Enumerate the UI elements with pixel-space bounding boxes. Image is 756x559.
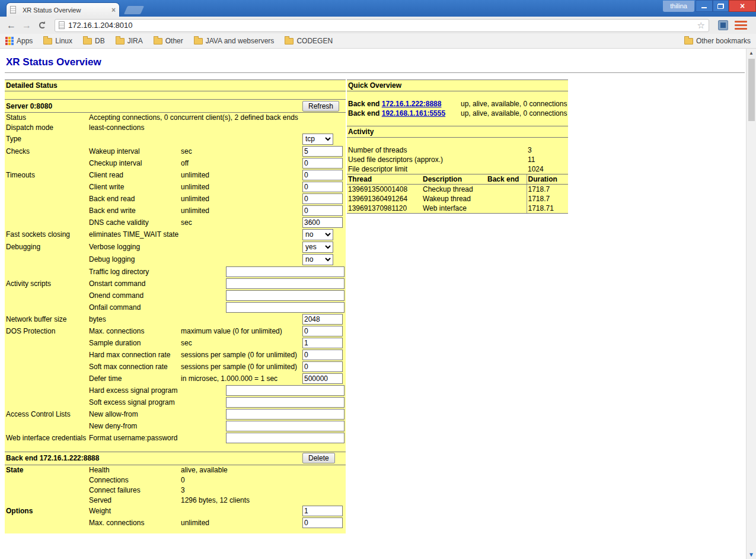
value-input[interactable] [302, 217, 343, 228]
row-category [5, 157, 88, 169]
table-row: ChecksWakeup intervalsec [5, 145, 346, 157]
bookmark-folder[interactable]: Other [154, 37, 183, 45]
address-bar[interactable]: 172.16.1.204:8010 ☆ [55, 19, 709, 32]
row-label: Wakeup interval [88, 145, 180, 157]
extension-icon[interactable] [718, 20, 728, 30]
browser-tab[interactable]: XR Status Overview × [6, 2, 120, 17]
row-category [5, 290, 88, 301]
row-note: unlimited [180, 193, 301, 205]
minimize-button[interactable] [696, 0, 713, 12]
scroll-down-arrow[interactable]: ▼ [747, 550, 756, 559]
value-input[interactable] [302, 146, 343, 157]
value-input[interactable] [302, 361, 343, 372]
menu-icon[interactable] [735, 21, 747, 30]
text-input[interactable] [226, 290, 344, 301]
thread-header-cell: Thread [347, 174, 422, 185]
row-category [5, 373, 88, 385]
folder-icon [285, 38, 294, 45]
dropdown-select[interactable]: yes [302, 242, 333, 253]
control-cell [301, 337, 346, 349]
forward-button[interactable]: → [19, 20, 34, 31]
bookmark-folder[interactable]: CODEGEN [285, 37, 333, 45]
row-label: bytes [88, 313, 180, 325]
text-input[interactable] [226, 302, 344, 313]
dropdown-select[interactable]: no [302, 229, 333, 240]
control-cell [180, 266, 346, 278]
table-row: Back end readunlimited [5, 193, 346, 205]
value-input[interactable] [302, 158, 343, 169]
table-row: StateHealthalive, available [5, 465, 346, 475]
value-input[interactable] [302, 326, 343, 336]
server-title: Server 0:8080 [5, 100, 301, 113]
value-input[interactable] [302, 205, 343, 216]
value-input[interactable] [302, 170, 343, 180]
value-input[interactable] [302, 350, 343, 360]
close-button[interactable]: × [729, 0, 756, 12]
bookmark-folder[interactable]: DB [83, 37, 105, 45]
text-input[interactable] [226, 421, 344, 431]
url-text[interactable]: 172.16.1.204:8010 [68, 21, 697, 30]
folder-icon [154, 38, 162, 45]
text-input[interactable] [226, 397, 344, 408]
bookmark-star-icon[interactable]: ☆ [697, 21, 705, 30]
control-cell: no [301, 253, 346, 266]
new-tab-button[interactable] [124, 6, 144, 14]
bookmark-folder[interactable]: JIRA [116, 37, 143, 45]
value-input[interactable] [302, 314, 343, 325]
control-cell [301, 313, 346, 325]
backend-link[interactable]: 172.16.1.222:8888 [382, 100, 442, 108]
bookmark-label: CODEGEN [296, 37, 333, 45]
bookmark-folder[interactable]: JAVA and webservers [194, 37, 275, 45]
row-category [5, 266, 88, 278]
back-button[interactable]: ← [4, 20, 19, 31]
delete-button[interactable]: Delete [302, 453, 335, 463]
row-label: Onend command [88, 290, 180, 301]
dropdown-select[interactable]: tcp [302, 134, 333, 145]
table-row: DNS cache validitysec [5, 217, 346, 228]
row-label: Onstart command [88, 278, 180, 290]
maximize-button[interactable] [713, 0, 729, 12]
backend-link[interactable]: 192.168.1.161:5555 [382, 109, 445, 117]
tab-close-icon[interactable]: × [111, 7, 116, 14]
value-input[interactable] [302, 193, 343, 204]
value-input[interactable] [302, 338, 343, 348]
reload-button[interactable] [34, 22, 50, 28]
control-cell [301, 517, 346, 529]
scrollbar[interactable]: ▲ ▼ [746, 49, 756, 559]
row-label: eliminates TIME_WAIT state [88, 228, 180, 241]
row-label: Hard excess signal program [88, 385, 180, 396]
text-input[interactable] [226, 433, 344, 443]
value-input[interactable] [302, 506, 343, 516]
bookmark-folder[interactable]: Linux [43, 37, 72, 45]
scrollbar-thumb[interactable] [748, 59, 755, 121]
row-category [5, 301, 88, 313]
row-label: Soft excess signal program [88, 396, 180, 408]
refresh-button[interactable]: Refresh [302, 101, 339, 112]
row-category [5, 349, 88, 361]
table-row: Connect failures3 [5, 485, 346, 495]
scroll-up-arrow[interactable]: ▲ [747, 49, 756, 58]
row-label: Onfail command [88, 301, 180, 313]
stat-row: File descriptor limit1024 [347, 164, 568, 174]
row-label: Max. connections [88, 325, 180, 337]
other-bookmarks-button[interactable]: Other bookmarks [684, 37, 751, 45]
row-note: sessions per sample (0 for unlimited) [180, 349, 301, 361]
table-row: TimeoutsClient readunlimited [5, 169, 346, 181]
activity-header: Activity [347, 126, 568, 138]
value-input[interactable] [302, 517, 343, 528]
text-input[interactable] [226, 266, 344, 277]
row-category [5, 205, 88, 217]
dropdown-select[interactable]: no [302, 254, 333, 265]
text-input[interactable] [226, 409, 344, 420]
text-input[interactable] [226, 385, 344, 396]
table-row: Traffic log directory [5, 266, 346, 278]
value-input[interactable] [302, 182, 343, 192]
profile-badge[interactable]: thilina [663, 1, 694, 12]
text-input[interactable] [226, 278, 344, 289]
control-cell: tcp [301, 133, 346, 145]
value-input[interactable] [302, 373, 343, 384]
row-note: sessions per sample (0 for unlimited) [180, 361, 301, 373]
page-icon [59, 21, 65, 29]
apps-button[interactable]: Apps [5, 37, 33, 45]
table-row: Sample durationsec [5, 337, 346, 349]
